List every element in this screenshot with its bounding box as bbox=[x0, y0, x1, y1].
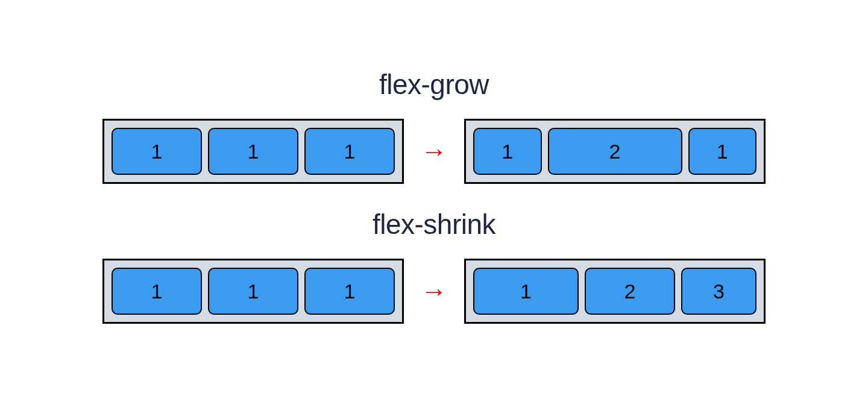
flex-item: 1 bbox=[304, 128, 395, 175]
flex-item: 1 bbox=[208, 268, 298, 315]
flex-item: 1 bbox=[473, 268, 579, 315]
flex-shrink-title: flex-shrink bbox=[373, 208, 495, 241]
flex-item: 1 bbox=[473, 128, 542, 175]
flex-shrink-row: 1 1 1 → 1 2 3 bbox=[36, 259, 832, 324]
flex-item: 3 bbox=[681, 268, 756, 315]
flex-item: 1 bbox=[688, 128, 757, 175]
flex-shrink-before-container: 1 1 1 bbox=[102, 259, 404, 324]
arrow-icon: → bbox=[421, 278, 447, 304]
flex-grow-title: flex-grow bbox=[379, 68, 489, 101]
flex-item: 1 bbox=[208, 128, 298, 175]
flex-item: 2 bbox=[585, 268, 675, 315]
flex-grow-section: flex-grow 1 1 1 → 1 2 1 bbox=[36, 68, 832, 184]
flex-shrink-section: flex-shrink 1 1 1 → 1 2 3 bbox=[36, 208, 832, 324]
flex-shrink-after-container: 1 2 3 bbox=[464, 259, 766, 324]
arrow-icon: → bbox=[421, 138, 447, 165]
flex-grow-before-container: 1 1 1 bbox=[102, 119, 404, 184]
flex-item: 1 bbox=[112, 268, 202, 315]
flex-item: 1 bbox=[112, 128, 202, 175]
flex-item: 2 bbox=[548, 128, 682, 175]
flex-grow-after-container: 1 2 1 bbox=[464, 119, 766, 184]
flex-item: 1 bbox=[304, 268, 395, 315]
flex-grow-row: 1 1 1 → 1 2 1 bbox=[36, 119, 832, 184]
